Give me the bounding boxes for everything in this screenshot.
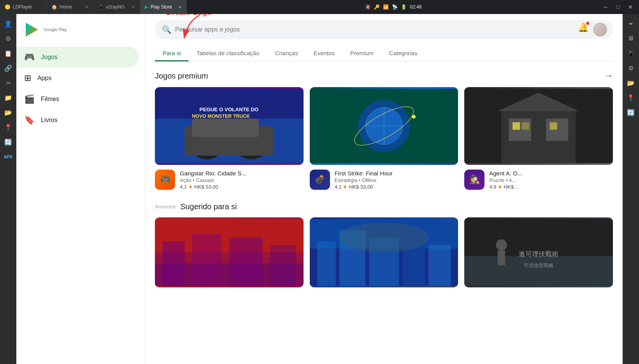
- nav-item-filmes[interactable]: 🎬 Filmes: [16, 89, 139, 110]
- ld-right-tool-1[interactable]: ⬅: [624, 17, 637, 30]
- ld-left-sidebar: 👤 ⚙ 📋 🔗 ✂ 📁 📂 📍 🔄 APK: [0, 14, 16, 364]
- tab-playstore[interactable]: ▶ Play Store ✕: [140, 0, 187, 14]
- avatar[interactable]: [593, 23, 607, 37]
- ld-tool-folder[interactable]: 📁: [2, 91, 15, 104]
- suggested-section: Anúncios · Sugerido para si: [155, 202, 613, 287]
- gp-logo: Google Play: [16, 22, 145, 47]
- gangstar-info: 🎮 Gangstar Rio: Cidade S... Ação • Casua…: [155, 170, 304, 190]
- play-store: Google Play 🎮 Jogos ⊞ Apps 🎬 Filmes: [16, 14, 639, 364]
- agenta-details: Agent A: O... Puzzle • A... 4,9 ★ HK$...: [489, 170, 613, 190]
- ld-right-tool-7[interactable]: 🔄: [624, 106, 637, 119]
- game-card-agenta[interactable]: 🕵️ Agent A: O... Puzzle • A... 4,9 ★ HK$…: [464, 87, 613, 190]
- clock: 02:46: [410, 4, 421, 10]
- tab-v2rayng-close[interactable]: ✕: [132, 5, 135, 10]
- minimize-button[interactable]: ─: [600, 2, 611, 12]
- premium-section-arrow[interactable]: →: [605, 71, 613, 81]
- ld-tool-cut[interactable]: ✂: [2, 76, 15, 89]
- gangstar-thumbnail: PEGUE O VOLANTE DO NOVO MONSTER TRUCK: [155, 87, 304, 165]
- svg-rect-28: [522, 122, 529, 130]
- ld-right-sidebar: ⬅ 🖥 📱 ⚙ 📂 📍 🔄: [623, 14, 639, 364]
- search-input[interactable]: [155, 20, 613, 39]
- jogos-icon: 🎮: [24, 52, 35, 62]
- tab-eventos[interactable]: Eventos: [306, 45, 342, 61]
- suggested-card-2[interactable]: [310, 217, 458, 287]
- suggested-thumb-2: [310, 217, 458, 287]
- firststrike-info: 💣 First Strike: Final Hour Estratégia • …: [310, 170, 458, 190]
- agenta-tags: Puzzle • A...: [489, 177, 613, 183]
- tab-premium[interactable]: Premium: [342, 45, 381, 61]
- nav-apps-label: Apps: [37, 75, 51, 82]
- agenta-icon: 🕵️: [464, 170, 485, 190]
- notification-bell[interactable]: 🔔: [578, 23, 588, 37]
- ld-right-tool-5[interactable]: 📂: [624, 76, 637, 89]
- ld-right-tool-2[interactable]: 🖥: [624, 32, 637, 45]
- nav-item-livros[interactable]: 🔖 Livros: [16, 110, 139, 131]
- suggested-card-3[interactable]: 進可埋伏戰術 可埋地形戰略: [464, 217, 613, 287]
- ldplayer-icon: 🟡: [5, 4, 11, 10]
- gp-content: Jogos premium →: [146, 61, 623, 297]
- nav-item-apps[interactable]: ⊞ Apps: [16, 68, 139, 89]
- apps-icon: ⊞: [24, 73, 31, 83]
- gangstar-name: Gangstar Rio: Cidade S...: [180, 170, 304, 177]
- tab-categorias[interactable]: Categorias: [381, 45, 425, 61]
- suggested-thumb-3: 進可埋伏戰術 可埋地形戰略: [464, 217, 613, 287]
- close-button[interactable]: ✕: [625, 2, 636, 12]
- game-card-gangstar-img: PEGUE O VOLANTE DO NOVO MONSTER TRUCK: [155, 87, 304, 165]
- maximize-button[interactable]: □: [613, 2, 623, 12]
- key-icon: 🔑: [374, 4, 380, 10]
- nav-item-jogos[interactable]: 🎮 Jogos: [16, 47, 139, 68]
- ads-label: Anúncios ·: [155, 204, 179, 210]
- nav-jogos-label: Jogos: [41, 54, 58, 61]
- suggested-card-1[interactable]: [155, 217, 304, 287]
- ld-tool-settings[interactable]: ⚙: [2, 32, 15, 45]
- search-icon: 🔍: [162, 25, 172, 34]
- game-card-gangstar[interactable]: PEGUE O VOLANTE DO NOVO MONSTER TRUCK 🎮: [155, 87, 304, 190]
- firststrike-name: First Strike: Final Hour: [335, 170, 458, 177]
- svg-rect-25: [546, 119, 568, 141]
- wifi-icon: 📶: [383, 4, 389, 10]
- firststrike-tags: Estratégia • Offline: [335, 177, 458, 183]
- svg-text:NOVO MONSTER TRUCK: NOVO MONSTER TRUCK: [192, 114, 250, 119]
- game-card-firststrike-img: [310, 87, 458, 165]
- ld-right-tool-3[interactable]: 📱: [624, 47, 637, 60]
- suggested-title: Sugerido para si: [180, 202, 237, 211]
- dream-edge-label: Dream Edge: [167, 14, 212, 17]
- agenta-name: Agent A: O...: [489, 170, 613, 177]
- home-icon: 🏠: [51, 4, 57, 10]
- gangstar-icon: 🎮: [155, 170, 175, 190]
- browser-content: Google Play 🎮 Jogos ⊞ Apps 🎬 Filmes: [16, 14, 639, 364]
- tab-criancas[interactable]: Crianças: [267, 45, 305, 61]
- tab-ldplayer-label: LDPlayer: [13, 4, 32, 10]
- suggested-header-row: Anúncios · Sugerido para si: [155, 202, 613, 211]
- ld-right-tool-6[interactable]: 📍: [624, 91, 637, 104]
- tab-playstore-close[interactable]: ✕: [178, 5, 182, 10]
- filmes-icon: 🎬: [24, 94, 35, 104]
- ld-tool-person[interactable]: 👤: [2, 17, 15, 30]
- ld-tool-screenshot[interactable]: 📋: [2, 47, 15, 60]
- mute-icon: 🔇: [365, 4, 371, 10]
- tab-home-close[interactable]: ✕: [85, 5, 88, 10]
- gp-header: Dream Edge 🔍: [146, 14, 623, 61]
- v2rayng-icon: 📱: [98, 4, 104, 10]
- ld-right-tool-4[interactable]: ⚙: [624, 61, 637, 75]
- svg-rect-27: [513, 122, 520, 130]
- ld-tool-apk[interactable]: APK: [2, 150, 15, 163]
- ld-tool-record[interactable]: 🔗: [2, 61, 15, 75]
- tab-tabelas[interactable]: Tabelas de classificação: [189, 45, 267, 61]
- nav-filmes-label: Filmes: [41, 96, 59, 103]
- ld-tool-files[interactable]: 📂: [2, 106, 15, 119]
- tab-home[interactable]: 🏠 Home ✕: [47, 0, 93, 14]
- tab-ldplayer[interactable]: 🟡 LDPlayer: [0, 0, 47, 14]
- svg-rect-33: [162, 241, 184, 285]
- tab-v2rayng[interactable]: 📱 v2rayNG ✕: [93, 0, 140, 14]
- ld-tool-location[interactable]: 📍: [2, 121, 15, 134]
- ld-tool-refresh[interactable]: 🔄: [2, 135, 15, 149]
- agenta-rating: 4,9 ★ HK$...: [489, 184, 613, 190]
- svg-rect-43: [428, 245, 451, 286]
- game-card-firststrike[interactable]: 💣 First Strike: Final Hour Estratégia • …: [310, 87, 458, 190]
- main-area: 👤 ⚙ 📋 🔗 ✂ 📁 📂 📍 🔄 APK: [0, 14, 639, 364]
- tab-para-si[interactable]: Para si: [155, 45, 189, 61]
- svg-rect-34: [192, 234, 221, 286]
- svg-rect-35: [229, 238, 263, 286]
- svg-rect-36: [270, 245, 296, 286]
